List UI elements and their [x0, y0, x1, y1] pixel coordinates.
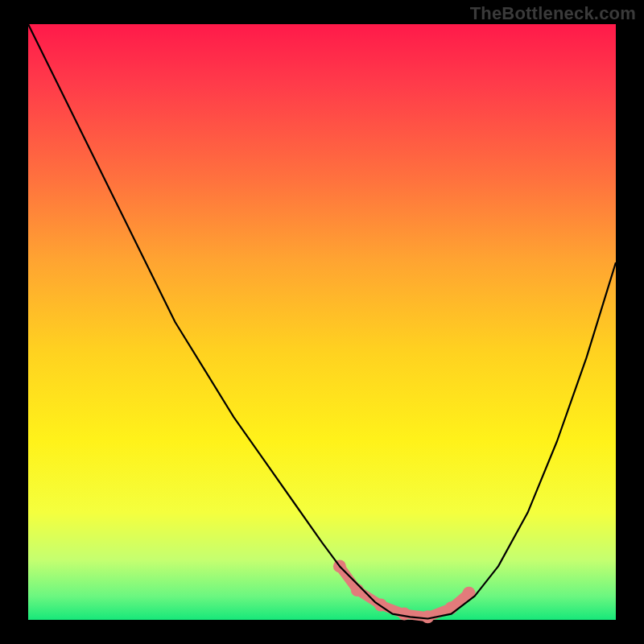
optimal-dot: [398, 608, 411, 621]
optimal-dot: [351, 584, 364, 597]
optimal-dot: [445, 601, 458, 614]
chart-background: [28, 24, 616, 620]
bottleneck-chart: [0, 0, 644, 644]
watermark-text: TheBottleneck.com: [470, 3, 636, 24]
